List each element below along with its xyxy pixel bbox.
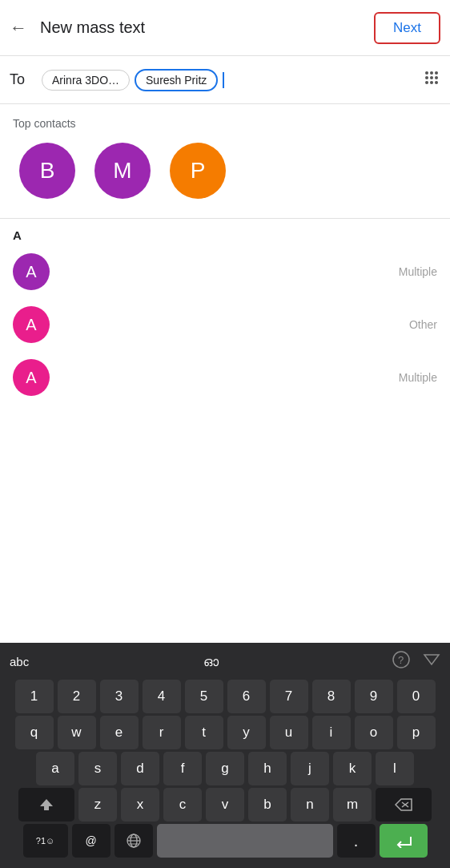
- kb-indic-button[interactable]: ഓ: [203, 655, 219, 669]
- contact-avatar-1: A: [13, 253, 50, 290]
- key-j[interactable]: j: [291, 752, 329, 785]
- avatar-b: B: [19, 143, 75, 199]
- key-space[interactable]: [157, 824, 333, 858]
- avatar-p: P: [170, 143, 226, 199]
- key-i[interactable]: i: [312, 716, 351, 749]
- svg-point-8: [435, 81, 438, 84]
- key-backspace[interactable]: [376, 788, 432, 822]
- cursor-bar: [223, 72, 224, 88]
- svg-marker-11: [424, 655, 439, 664]
- key-m[interactable]: m: [333, 788, 372, 822]
- kb-abc-button[interactable]: abc: [10, 655, 29, 668]
- key-k[interactable]: k: [333, 752, 372, 785]
- key-b[interactable]: b: [248, 788, 287, 822]
- key-3[interactable]: 3: [100, 680, 139, 713]
- key-1[interactable]: 1: [15, 680, 54, 713]
- kb-zxcv-row: z x c v b n m: [0, 788, 450, 822]
- chip-1[interactable]: Arinra 3DO…: [42, 70, 130, 91]
- key-f[interactable]: f: [163, 752, 202, 785]
- kb-help-icon[interactable]: ?: [392, 651, 410, 672]
- contact-badge-1: Multiple: [399, 265, 437, 278]
- contact-avatar-2: A: [13, 306, 50, 343]
- key-enter[interactable]: [380, 824, 428, 858]
- key-x[interactable]: x: [121, 788, 159, 822]
- key-u[interactable]: u: [270, 716, 308, 749]
- key-q[interactable]: q: [15, 716, 54, 749]
- next-button[interactable]: Next: [374, 12, 440, 44]
- key-e[interactable]: e: [100, 716, 139, 749]
- key-s[interactable]: s: [78, 752, 117, 785]
- key-d[interactable]: d: [121, 752, 159, 785]
- top-contacts-title: Top contacts: [0, 104, 450, 136]
- top-contact-b[interactable]: B: [19, 143, 75, 199]
- key-z[interactable]: z: [78, 788, 117, 822]
- header: ← New mass text Next: [0, 0, 450, 56]
- kb-lang-row: abc ഓ ?: [0, 648, 450, 677]
- svg-point-5: [435, 76, 438, 79]
- contact-badge-3: Multiple: [399, 371, 437, 384]
- kb-number-row: 1 2 3 4 5 6 7 8 9 0: [0, 680, 450, 713]
- key-2[interactable]: 2: [58, 680, 96, 713]
- svg-marker-13: [396, 799, 412, 810]
- contact-avatar-3: A: [13, 359, 50, 396]
- section-letter-a: A: [0, 219, 450, 245]
- chip-2[interactable]: Suresh Pritz: [135, 69, 218, 91]
- contact-item-1[interactable]: A Multiple: [0, 245, 450, 298]
- grid-dots-icon[interactable]: [423, 69, 440, 91]
- key-l[interactable]: l: [376, 752, 414, 785]
- chips-area: Arinra 3DO… Suresh Pritz: [42, 69, 416, 91]
- avatar-m: M: [94, 143, 151, 199]
- contact-badge-2: Other: [409, 318, 437, 331]
- key-symbol[interactable]: ?1☺: [23, 824, 68, 858]
- svg-point-2: [435, 71, 438, 75]
- key-7[interactable]: 7: [270, 680, 308, 713]
- svg-point-7: [430, 81, 433, 84]
- svg-text:?: ?: [398, 654, 404, 666]
- svg-point-6: [425, 81, 428, 84]
- key-period[interactable]: .: [337, 824, 376, 858]
- key-r[interactable]: r: [143, 716, 181, 749]
- kb-qwerty-row: q w e r t y u i o p: [0, 716, 450, 749]
- contact-inner-3: A Multiple: [13, 359, 437, 396]
- contact-inner-2: A Other: [13, 306, 437, 343]
- keyboard: abc ഓ ? 1 2 3 4 5 6 7 8 9 0 q w e r t y …: [0, 643, 450, 868]
- key-g[interactable]: g: [206, 752, 244, 785]
- kb-bottom-row: ?1☺ @ .: [0, 824, 450, 858]
- key-a[interactable]: a: [36, 752, 74, 785]
- key-0[interactable]: 0: [397, 680, 436, 713]
- key-p[interactable]: p: [397, 716, 436, 749]
- to-label: To: [10, 71, 34, 88]
- key-h[interactable]: h: [248, 752, 287, 785]
- key-5[interactable]: 5: [185, 680, 223, 713]
- key-shift[interactable]: [18, 788, 74, 822]
- svg-point-3: [425, 76, 428, 79]
- key-globe[interactable]: [115, 824, 153, 858]
- contacts-section: Top contacts B M P: [0, 104, 450, 218]
- key-w[interactable]: w: [58, 716, 96, 749]
- top-contact-m[interactable]: M: [94, 143, 151, 199]
- kb-asdf-row: a s d f g h j k l: [0, 752, 450, 785]
- key-y[interactable]: y: [227, 716, 266, 749]
- contact-item-3[interactable]: A Multiple: [0, 351, 450, 404]
- svg-point-0: [425, 71, 428, 75]
- key-t[interactable]: t: [185, 716, 223, 749]
- svg-marker-12: [40, 799, 53, 810]
- kb-top-icons: ?: [392, 651, 440, 672]
- top-contact-p[interactable]: P: [170, 143, 226, 199]
- key-4[interactable]: 4: [143, 680, 181, 713]
- svg-point-4: [430, 76, 433, 79]
- key-v[interactable]: v: [206, 788, 244, 822]
- key-6[interactable]: 6: [227, 680, 266, 713]
- kb-collapse-icon[interactable]: [423, 653, 440, 670]
- key-c[interactable]: c: [163, 788, 202, 822]
- key-9[interactable]: 9: [355, 680, 393, 713]
- contact-item-2[interactable]: A Other: [0, 298, 450, 351]
- key-8[interactable]: 8: [312, 680, 351, 713]
- to-row: To Arinra 3DO… Suresh Pritz: [0, 56, 450, 104]
- svg-point-1: [430, 71, 433, 75]
- key-at[interactable]: @: [72, 824, 110, 858]
- key-n[interactable]: n: [291, 788, 329, 822]
- page-title: New mass text: [40, 18, 145, 37]
- back-icon[interactable]: ←: [10, 18, 27, 38]
- key-o[interactable]: o: [355, 716, 393, 749]
